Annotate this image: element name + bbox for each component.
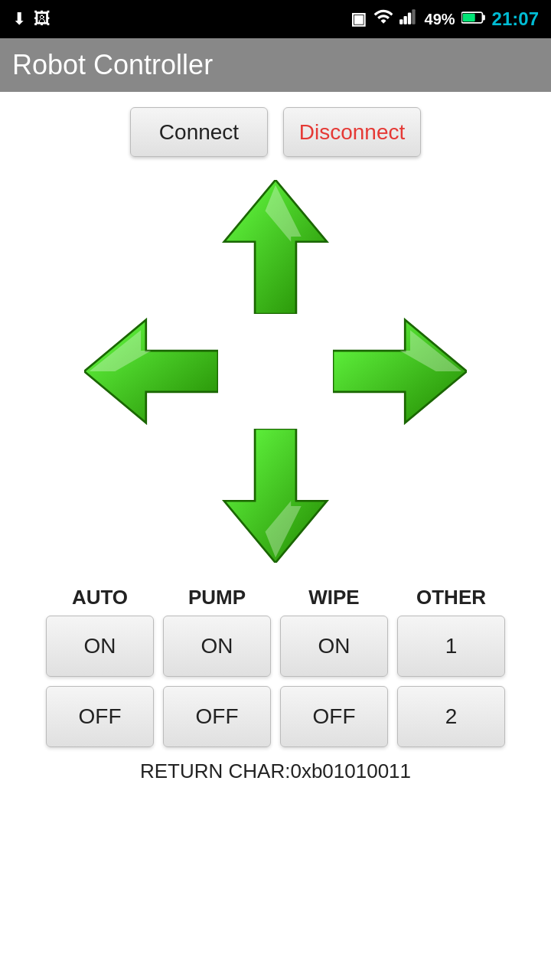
- status-bar-right: ▣ 49% 21:07: [350, 7, 539, 31]
- on-row: ON ON ON 1: [46, 616, 505, 677]
- title-bar: Robot Controller: [0, 38, 551, 92]
- pump-label: PUMP: [163, 586, 271, 609]
- status-bar-left: ⬇ 🖼: [12, 9, 51, 29]
- auto-label: AUTO: [46, 586, 154, 609]
- battery-percentage: 49%: [425, 11, 455, 28]
- image-icon: 🖼: [34, 9, 51, 29]
- auto-on-button[interactable]: ON: [46, 616, 154, 677]
- svg-rect-6: [462, 14, 474, 21]
- connect-button[interactable]: Connect: [130, 107, 268, 157]
- right-arrow-button[interactable]: [333, 318, 467, 425]
- app-title: Robot Controller: [12, 49, 213, 81]
- off-row: OFF OFF OFF 2: [46, 686, 505, 747]
- svg-rect-2: [407, 13, 410, 24]
- controls-labels: AUTO PUMP WIPE OTHER: [46, 586, 505, 609]
- return-char: RETURN CHAR:0xb01010011: [46, 760, 505, 783]
- multiscreen-icon: ▣: [350, 9, 367, 29]
- dpad-container: [84, 180, 467, 563]
- disconnect-button[interactable]: Disconnect: [283, 107, 421, 157]
- other-label: OTHER: [397, 586, 505, 609]
- wipe-off-button[interactable]: OFF: [280, 686, 388, 747]
- up-arrow-button[interactable]: [222, 180, 329, 314]
- connection-row: Connect Disconnect: [130, 107, 421, 157]
- svg-rect-3: [412, 9, 415, 24]
- controls-section: AUTO PUMP WIPE OTHER ON ON ON 1 OFF OFF …: [46, 586, 505, 783]
- svg-rect-1: [403, 16, 406, 24]
- time-display: 21:07: [492, 8, 539, 30]
- download-icon: ⬇: [12, 9, 26, 29]
- main-content: Connect Disconnect: [0, 92, 551, 799]
- auto-off-button[interactable]: OFF: [46, 686, 154, 747]
- wipe-on-button[interactable]: ON: [280, 616, 388, 677]
- wipe-label: WIPE: [280, 586, 388, 609]
- svg-rect-0: [399, 19, 403, 24]
- battery-icon: [461, 9, 486, 29]
- other-2-button[interactable]: 2: [397, 686, 505, 747]
- left-arrow-button[interactable]: [84, 318, 218, 425]
- svg-rect-5: [482, 15, 484, 21]
- pump-off-button[interactable]: OFF: [163, 686, 271, 747]
- signal-icon: [399, 7, 419, 31]
- wifi-icon: [373, 7, 393, 31]
- other-1-button[interactable]: 1: [397, 616, 505, 677]
- status-bar: ⬇ 🖼 ▣ 49%: [0, 0, 551, 38]
- pump-on-button[interactable]: ON: [163, 616, 271, 677]
- down-arrow-button[interactable]: [222, 429, 329, 563]
